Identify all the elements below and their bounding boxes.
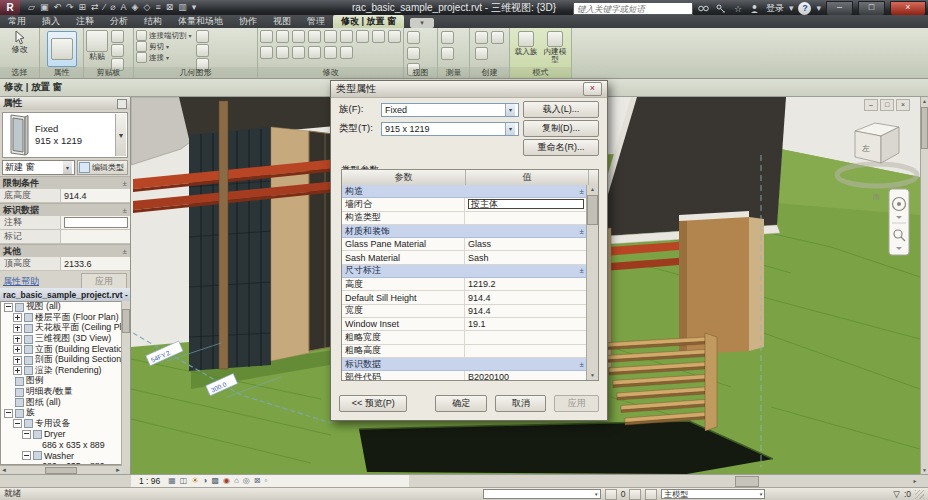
rendering-dialog-icon[interactable]: ▫ xyxy=(265,475,268,487)
move-icon[interactable] xyxy=(308,30,321,43)
scroll-right-icon[interactable]: ▸ xyxy=(910,475,920,487)
join-unjoin-icon[interactable] xyxy=(340,46,353,59)
dialog-apply-button[interactable]: 应用 xyxy=(554,395,599,412)
subscription-key-icon[interactable] xyxy=(715,3,727,15)
modify-tool-button[interactable]: 修改 xyxy=(2,30,37,54)
value-cell[interactable]: Glass xyxy=(465,238,587,250)
search-icon[interactable] xyxy=(698,3,710,15)
editing-requests-icon[interactable] xyxy=(605,489,617,500)
cut-geometry-button[interactable]: 剪切 ▾ xyxy=(136,41,192,52)
show-crop-region-icon[interactable]: ◉ xyxy=(223,475,230,487)
scrollbar-thumb[interactable] xyxy=(921,107,928,149)
dialog-close-button[interactable]: × xyxy=(583,82,602,96)
rename-button[interactable]: 重命名(R)... xyxy=(523,139,599,156)
tree-item-washer[interactable]: Washer xyxy=(1,450,121,461)
sun-path-icon[interactable]: ☀ xyxy=(191,475,198,487)
collapse-icon[interactable] xyxy=(4,409,13,418)
crop-view-icon[interactable]: ▩ xyxy=(211,475,219,487)
view-close-icon[interactable]: × xyxy=(896,99,910,111)
scrollbar-thumb[interactable] xyxy=(587,195,598,225)
view-minimize-icon[interactable]: – xyxy=(864,99,878,111)
collapse-icon[interactable] xyxy=(22,430,31,439)
expand-icon[interactable] xyxy=(13,335,22,344)
edit-type-button[interactable]: 编辑类型 xyxy=(77,160,128,175)
array-icon[interactable] xyxy=(388,30,401,43)
aligned-dimension-icon[interactable]: ⌀ xyxy=(110,0,115,15)
filter-icon[interactable]: ▽ xyxy=(893,489,900,499)
value-cell[interactable]: 914.4 xyxy=(465,291,587,303)
collapse-icon[interactable] xyxy=(13,419,22,428)
navigation-bar[interactable] xyxy=(889,189,909,255)
close-button[interactable]: × xyxy=(890,1,926,16)
scrollbar-thumb[interactable] xyxy=(45,467,77,474)
section-pin-icon[interactable]: ± xyxy=(580,187,584,196)
trim-icon[interactable] xyxy=(356,30,369,43)
cope-button[interactable]: 连接端切割 ▾ xyxy=(136,30,192,41)
reveal-hidden-icon[interactable]: ◎ xyxy=(243,475,250,487)
canvas-horizontal-scrollbar[interactable]: ▸ xyxy=(409,475,920,487)
copy-element-icon[interactable] xyxy=(324,30,337,43)
section-pin-icon[interactable]: ± xyxy=(580,266,584,275)
tab-insert[interactable]: 插入 xyxy=(34,15,68,28)
offset-icon[interactable] xyxy=(276,30,289,43)
value-cell[interactable] xyxy=(465,331,587,343)
param-value[interactable]: 914.4 xyxy=(60,189,130,202)
value-cell[interactable] xyxy=(465,345,587,357)
delete-icon[interactable] xyxy=(308,46,321,59)
tree-item-schedules[interactable]: 明细表/数量 xyxy=(1,387,121,398)
restore-button[interactable]: □ xyxy=(858,1,885,16)
type-selector[interactable]: Fixed 915 x 1219 ▼ xyxy=(2,112,128,158)
browser-horizontal-scrollbar[interactable]: ◄► xyxy=(0,465,122,474)
thin-lines-icon[interactable]: ≡ xyxy=(155,0,160,15)
element-filter-combo[interactable]: 新建 窗 ▾ xyxy=(2,160,75,175)
wall-closure-input[interactable]: 按主体 xyxy=(468,199,584,209)
override-graphics-icon[interactable] xyxy=(407,47,420,60)
create-assembly-icon[interactable] xyxy=(475,47,488,60)
tab-view[interactable]: 视图 xyxy=(265,15,299,28)
print-icon[interactable]: ⊞ xyxy=(79,0,87,15)
help-caret-icon[interactable]: ▾ xyxy=(816,1,821,16)
copy-icon[interactable] xyxy=(111,44,124,57)
scroll-left-icon[interactable]: ◄ xyxy=(1,467,7,473)
apply-button[interactable]: 应用 xyxy=(81,273,127,289)
dimension-tool-icon[interactable] xyxy=(441,47,454,60)
split-icon[interactable] xyxy=(372,30,385,43)
expand-icon[interactable] xyxy=(13,366,22,375)
signin-caret-icon[interactable]: ▾ xyxy=(789,1,794,16)
transfer-icon[interactable]: ⇄ xyxy=(91,0,99,15)
scroll-down-icon[interactable]: ▼ xyxy=(921,466,928,474)
default-3d-view-icon[interactable]: ◈ xyxy=(132,0,139,15)
communication-center-icon[interactable]: ☆ xyxy=(732,3,744,15)
group-constraints[interactable]: 限制条件 ± xyxy=(0,176,130,189)
tree-item-rendering[interactable]: 渲染 (Rendering) xyxy=(1,366,121,377)
tab-annotate[interactable]: 注释 xyxy=(68,15,102,28)
undo-icon[interactable]: ↶ xyxy=(53,0,61,15)
tab-massing-site[interactable]: 体量和场地 xyxy=(170,15,231,28)
expand-icon[interactable] xyxy=(13,345,22,354)
help-search-input[interactable] xyxy=(573,2,693,15)
tree-item-dryer-size[interactable]: 686 x 635 x 889 xyxy=(1,440,121,451)
open-icon[interactable]: ▱ xyxy=(28,0,35,15)
text-icon[interactable]: A xyxy=(121,0,127,15)
extend-icon[interactable] xyxy=(324,46,337,59)
value-cell[interactable]: 914.4 xyxy=(465,305,587,317)
help-button[interactable]: ? xyxy=(798,2,811,15)
load-button[interactable]: 载入(L)... xyxy=(523,101,599,118)
close-hidden-windows-icon[interactable]: ⊠ xyxy=(166,0,174,15)
user-account-icon[interactable] xyxy=(749,3,761,15)
view-restore-icon[interactable]: □ xyxy=(880,99,894,111)
param-value[interactable]: 2133.6 xyxy=(60,257,130,270)
load-family-button[interactable]: 载入族 xyxy=(513,30,540,67)
tree-item-specialty-equipment[interactable]: 专用设备 xyxy=(1,419,121,430)
type-properties-button[interactable] xyxy=(47,31,77,67)
paste-button[interactable]: 粘贴 xyxy=(86,30,108,71)
scrollbar-thumb[interactable] xyxy=(122,309,130,333)
scroll-down-icon[interactable]: ▼ xyxy=(587,371,598,380)
model-in-place-button[interactable]: 内建模型 xyxy=(542,30,569,67)
value-cell[interactable]: Sash xyxy=(465,251,587,263)
dialog-title-bar[interactable]: 类型属性 × xyxy=(331,81,607,98)
properties-close-icon[interactable] xyxy=(117,99,127,109)
unpin-icon[interactable] xyxy=(292,46,305,59)
expand-icon[interactable] xyxy=(13,313,22,322)
design-options-combo[interactable]: 主模型 ▾ xyxy=(661,489,765,499)
